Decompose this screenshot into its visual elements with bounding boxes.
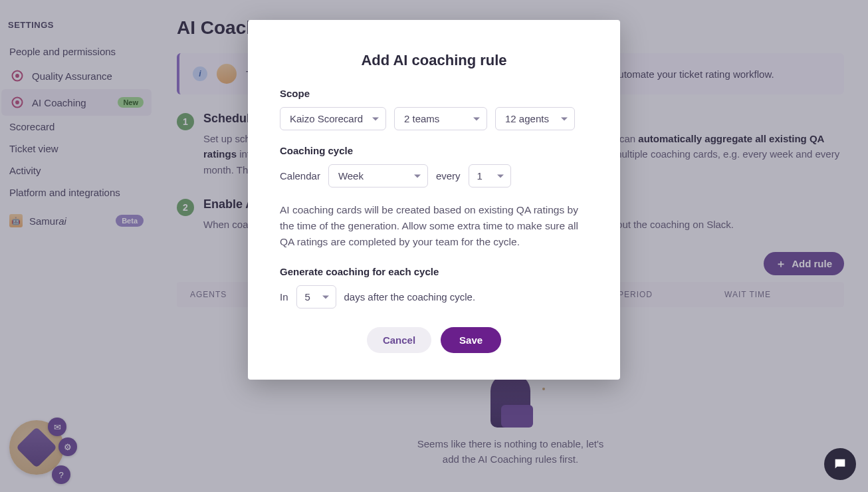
chevron-down-icon: [372, 117, 379, 120]
every-value: 1: [477, 170, 483, 182]
scope-label: Scope: [280, 88, 588, 99]
teams-select[interactable]: 2 teams: [394, 107, 487, 130]
period-select[interactable]: Week: [328, 164, 428, 187]
modal-backdrop[interactable]: Add AI coaching rule Scope Kaizo Scoreca…: [0, 0, 868, 492]
teams-value: 2 teams: [404, 113, 439, 124]
agents-select[interactable]: 12 agents: [495, 107, 575, 130]
chat-icon: [833, 457, 847, 471]
days-value: 5: [305, 291, 310, 303]
chevron-down-icon: [561, 117, 568, 120]
chevron-down-icon: [322, 295, 329, 299]
calendar-label: Calendar: [280, 170, 320, 182]
add-coaching-rule-modal: Add AI coaching rule Scope Kaizo Scoreca…: [248, 20, 620, 380]
agents-value: 12 agents: [505, 113, 549, 124]
every-label: every: [436, 170, 461, 182]
modal-description: AI coaching cards will be created based …: [280, 202, 588, 250]
cancel-button[interactable]: Cancel: [367, 327, 431, 353]
generate-label: Generate coaching for each cycle: [280, 266, 588, 277]
modal-title: Add AI coaching rule: [280, 52, 588, 69]
chat-launcher[interactable]: [824, 448, 856, 480]
days-after-label: days after the coaching cycle.: [344, 291, 476, 303]
days-select[interactable]: 5: [296, 285, 336, 308]
coaching-cycle-label: Coaching cycle: [280, 145, 588, 156]
scorecard-select[interactable]: Kaizo Scorecard: [280, 107, 386, 130]
period-value: Week: [338, 170, 364, 182]
in-label: In: [280, 291, 288, 303]
chevron-down-icon: [414, 174, 421, 178]
scorecard-value: Kaizo Scorecard: [290, 113, 363, 124]
chevron-down-icon: [497, 174, 504, 178]
every-select[interactable]: 1: [469, 164, 511, 187]
chevron-down-icon: [473, 117, 480, 120]
save-button[interactable]: Save: [441, 327, 501, 353]
